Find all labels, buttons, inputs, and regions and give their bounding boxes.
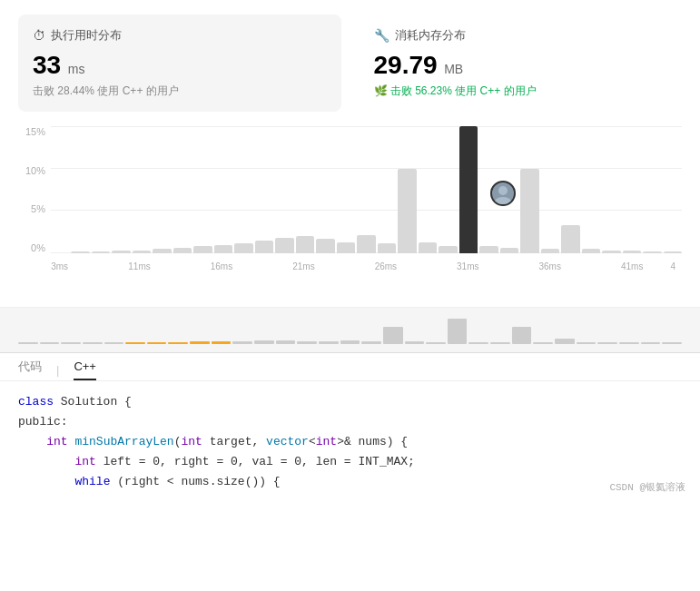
- bar-6: [173, 248, 192, 253]
- x-label-8: 16ms: [211, 261, 232, 271]
- mini-bar-12: [276, 340, 296, 344]
- bar-7: [193, 246, 212, 253]
- bar-group-19: [439, 126, 457, 253]
- x-label-28: 41ms: [621, 261, 643, 271]
- watermark: CSDN @银氦溶液: [609, 479, 685, 497]
- mini-bar-18: [405, 341, 425, 343]
- x-label-25: [563, 261, 580, 271]
- y-label-5: 5%: [18, 203, 45, 214]
- y-label-15: 15%: [18, 126, 45, 137]
- bar-group-16: [378, 126, 396, 253]
- x-label-30: 4: [665, 261, 682, 271]
- bar-group-12: [296, 126, 314, 253]
- mini-bar-17: [383, 327, 403, 343]
- mini-bar-8: [190, 341, 210, 343]
- code-block: class Solution { public: int minSubArray…: [0, 381, 700, 503]
- bar-11: [275, 238, 293, 253]
- bar-group-18: [419, 126, 437, 253]
- bar-3: [112, 251, 130, 253]
- memory-stat-block: 🔧 消耗内存分布 29.79 MB 🌿 击败 56.23% 使用 C++ 的用户: [360, 15, 683, 112]
- bar-group-23: [520, 126, 538, 253]
- code-line-2: public:: [18, 412, 682, 432]
- x-label-27: [602, 261, 619, 271]
- time-stat-title: ⏱ 执行用时分布: [33, 27, 327, 44]
- time-value: 33: [33, 51, 61, 79]
- bar-25: [561, 225, 579, 253]
- x-label-6: [172, 261, 189, 271]
- mini-bar-21: [468, 342, 488, 344]
- tab-code[interactable]: 代码: [18, 359, 42, 380]
- x-label-10: [254, 261, 271, 271]
- bar-9: [234, 243, 252, 253]
- x-label-19: [438, 261, 455, 271]
- mini-bar-25: [555, 339, 575, 344]
- mini-bar-5: [125, 342, 145, 344]
- bar-group-0: [51, 126, 69, 253]
- bar-24: [541, 249, 559, 253]
- bar-10: [255, 241, 273, 253]
- x-label-20: 31ms: [457, 261, 478, 271]
- mini-bar-16: [361, 341, 381, 343]
- x-label-24: 36ms: [539, 261, 561, 271]
- x-label-29: [645, 261, 662, 271]
- mini-bar-14: [319, 341, 339, 344]
- bar-group-14: [337, 126, 355, 253]
- mini-bar-28: [619, 342, 639, 344]
- x-label-9: [234, 261, 251, 271]
- x-label-1: [70, 261, 87, 271]
- mini-bar-29: [641, 342, 661, 344]
- bar-group-17: [398, 126, 416, 253]
- x-label-21: [481, 261, 498, 271]
- bar-29: [643, 251, 661, 253]
- y-label-0: 0%: [18, 242, 45, 253]
- x-label-4: 11ms: [128, 261, 150, 271]
- y-label-10: 10%: [18, 165, 45, 176]
- bar-group-30: [664, 126, 682, 253]
- mini-bar-4: [104, 342, 124, 344]
- tab-cpp[interactable]: C++: [74, 360, 96, 380]
- mini-bar-6: [147, 342, 167, 344]
- mini-bar-22: [490, 342, 510, 344]
- chart-inner: 15% 10% 5% 0% 3ms11ms16ms21ms26ms31ms36m…: [18, 126, 682, 271]
- bar-group-9: [234, 126, 252, 253]
- mini-bar-7: [168, 342, 188, 344]
- mini-bar-10: [232, 341, 252, 344]
- bar-group-4: [133, 126, 151, 253]
- bar-group-28: [623, 126, 641, 253]
- memory-icon: 🔧: [374, 28, 389, 43]
- x-label-0: 3ms: [51, 261, 68, 271]
- mini-bar-30: [662, 342, 682, 344]
- mini-bar-26: [577, 342, 596, 344]
- time-stat-value-row: 33 ms: [33, 51, 327, 80]
- svg-point-1: [495, 197, 511, 204]
- bar-19: [439, 246, 457, 253]
- bar-group-7: [193, 126, 212, 253]
- bar-27: [602, 251, 620, 253]
- bar-16: [378, 243, 396, 253]
- code-tabs: 代码 | C++: [0, 353, 700, 381]
- time-distribution-chart: 15% 10% 5% 0% 3ms11ms16ms21ms26ms31ms36m…: [0, 126, 700, 308]
- memory-value: 29.79: [374, 51, 438, 79]
- bar-8: [214, 245, 232, 253]
- mini-bar-13: [297, 341, 317, 344]
- mini-bar-23: [512, 327, 532, 343]
- mini-chart-area[interactable]: [0, 308, 700, 353]
- bar-14: [337, 242, 355, 253]
- bar-20: [459, 126, 478, 253]
- y-axis-labels: 15% 10% 5% 0%: [18, 126, 45, 271]
- time-stat-sub: 击败 28.44% 使用 C++ 的用户: [33, 84, 327, 99]
- mini-bar-19: [426, 342, 446, 344]
- bar-23: [520, 169, 538, 253]
- x-label-13: [317, 261, 334, 271]
- x-label-26: [582, 261, 599, 271]
- x-label-15: [355, 261, 372, 271]
- time-stat-label: 执行用时分布: [51, 27, 122, 44]
- bar-2: [92, 251, 110, 253]
- memory-stat-title: 🔧 消耗内存分布: [374, 27, 668, 44]
- bar-group-5: [153, 126, 171, 253]
- memory-stat-value-row: 29.79 MB: [374, 51, 668, 80]
- user-avatar: [490, 181, 516, 206]
- code-line-5: while (right < nums.size()) {: [18, 472, 682, 492]
- memory-stat-label: 消耗内存分布: [395, 27, 466, 44]
- mini-bar-15: [340, 340, 360, 344]
